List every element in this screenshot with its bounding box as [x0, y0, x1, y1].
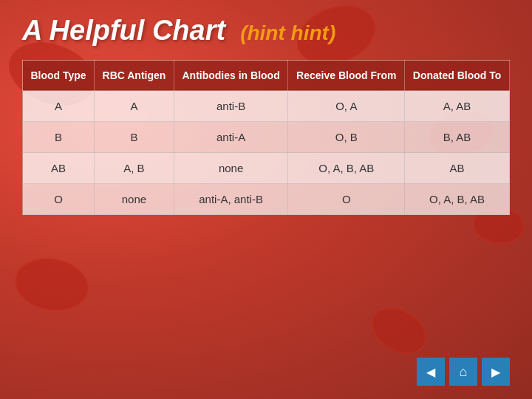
table-cell: B	[95, 122, 174, 153]
back-button[interactable]: ◀	[417, 358, 445, 386]
col-blood-type: Blood Type	[23, 61, 95, 91]
table-cell: A, B	[95, 153, 174, 184]
table-cell: O	[23, 184, 95, 215]
table-row: Ononeanti-A, anti-BOO, A, B, AB	[23, 184, 510, 215]
table-row: ABA, BnoneO, A, B, ABAB	[23, 153, 510, 184]
title-row: A Helpful Chart (hint hint)	[22, 15, 510, 47]
table-cell: O, A, B, AB	[288, 153, 405, 184]
table-body: AAanti-BO, AA, ABBBanti-AO, BB, ABABA, B…	[23, 91, 510, 215]
table-row: AAanti-BO, AA, AB	[23, 91, 510, 122]
home-button[interactable]: ⌂	[449, 358, 477, 386]
table-cell: B, AB	[405, 122, 510, 153]
table-header: Blood Type RBC Antigen Antibodies in Blo…	[23, 61, 510, 91]
header-row: Blood Type RBC Antigen Antibodies in Blo…	[23, 61, 510, 91]
table-cell: A	[95, 91, 174, 122]
table-cell: anti-A, anti-B	[174, 184, 288, 215]
col-antibodies: Antibodies in Blood	[174, 61, 288, 91]
table-cell: O, B	[288, 122, 405, 153]
table-cell: none	[95, 184, 174, 215]
col-receive: Receive Blood From	[288, 61, 405, 91]
table-row: BBanti-AO, BB, AB	[23, 122, 510, 153]
table-cell: anti-A	[174, 122, 288, 153]
table-cell: AB	[23, 153, 95, 184]
table-cell: anti-B	[174, 91, 288, 122]
col-rbc-antigen: RBC Antigen	[95, 61, 174, 91]
table-cell: O	[288, 184, 405, 215]
navigation-buttons: ◀ ⌂ ▶	[417, 358, 510, 386]
col-donate: Donated Blood To	[405, 61, 510, 91]
main-title: A Helpful Chart	[22, 15, 225, 47]
table-cell: none	[174, 153, 288, 184]
table-cell: AB	[405, 153, 510, 184]
table-cell: B	[23, 122, 95, 153]
subtitle: (hint hint)	[240, 21, 335, 45]
blood-type-table: Blood Type RBC Antigen Antibodies in Blo…	[22, 60, 510, 215]
table-cell: O, A, B, AB	[405, 184, 510, 215]
main-content: A Helpful Chart (hint hint) Blood Type R…	[0, 0, 532, 226]
table-cell: O, A	[288, 91, 405, 122]
table-cell: A	[23, 91, 95, 122]
table-cell: A, AB	[405, 91, 510, 122]
forward-button[interactable]: ▶	[482, 358, 510, 386]
